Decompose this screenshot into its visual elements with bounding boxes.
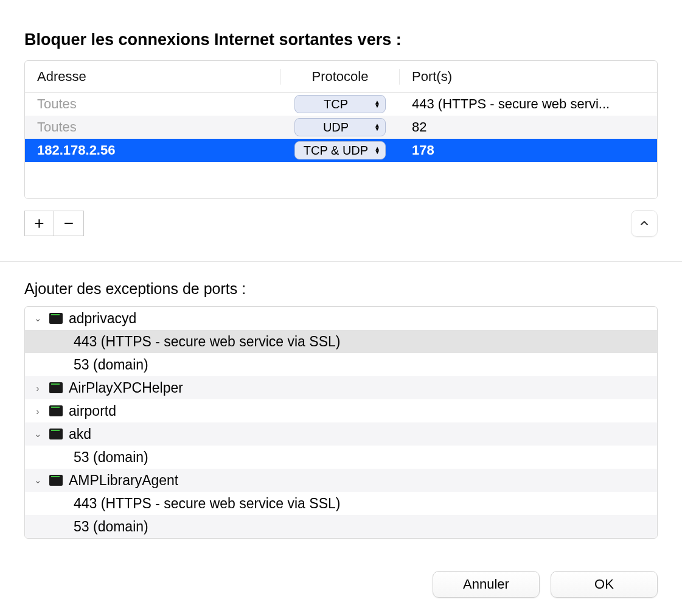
- cell-ports[interactable]: 443 (HTTPS - secure web servi...: [400, 96, 657, 112]
- protocol-select-label: TCP: [324, 97, 348, 111]
- block-outbound-heading: Bloquer les connexions Internet sortante…: [24, 30, 658, 49]
- tree-app-row[interactable]: ⌄akd: [25, 422, 657, 446]
- firewall-config-dialog: Bloquer les connexions Internet sortante…: [0, 0, 682, 616]
- cell-ports[interactable]: 82: [400, 119, 657, 135]
- tree-app-label: airportd: [69, 403, 116, 419]
- tree-app-row[interactable]: ⌄AMPLibraryAgent: [25, 469, 657, 492]
- tree-port-row[interactable]: 53 (domain): [25, 446, 657, 469]
- stepper-icon: ▲▼: [374, 147, 380, 154]
- remove-rule-button[interactable]: −: [54, 211, 83, 236]
- chevron-down-icon[interactable]: ⌄: [32, 313, 43, 324]
- cell-address[interactable]: Toutes: [25, 96, 280, 112]
- chevron-down-icon[interactable]: ⌄: [32, 475, 43, 486]
- dialog-footer: Annuler OK: [24, 547, 658, 598]
- protocol-select[interactable]: UDP▲▼: [294, 118, 386, 136]
- tree-port-label: 53 (domain): [74, 449, 148, 466]
- table-header-row: Adresse Protocole Port(s): [25, 61, 657, 93]
- port-exceptions-tree: ⌄adprivacyd443 (HTTPS - secure web servi…: [24, 306, 658, 539]
- table-row[interactable]: 182.178.2.56TCP & UDP▲▼178: [25, 139, 657, 162]
- tree-port-label: 53 (domain): [74, 357, 148, 373]
- col-header-protocol[interactable]: Protocole: [280, 69, 400, 85]
- protocol-select[interactable]: TCP & UDP▲▼: [294, 141, 386, 159]
- section-divider: [0, 261, 682, 262]
- add-remove-group: + −: [24, 211, 84, 236]
- terminal-app-icon: [49, 475, 63, 486]
- collapse-panel-button[interactable]: [631, 210, 658, 237]
- tree-port-label: 443 (HTTPS - secure web service via SSL): [74, 495, 340, 512]
- protocol-select[interactable]: TCP▲▼: [294, 95, 386, 113]
- stepper-icon: ▲▼: [374, 124, 380, 131]
- chevron-right-icon[interactable]: ›: [32, 383, 43, 393]
- tree-app-label: akd: [69, 426, 91, 443]
- terminal-app-icon: [49, 382, 63, 393]
- add-rule-button[interactable]: +: [25, 211, 54, 236]
- tree-app-label: AirPlayXPCHelper: [69, 380, 183, 396]
- tree-port-row[interactable]: 53 (domain): [25, 353, 657, 376]
- col-header-address[interactable]: Adresse: [25, 69, 280, 85]
- table-empty-area: [25, 162, 657, 198]
- tree-app-row[interactable]: ›AirPlayXPCHelper: [25, 376, 657, 399]
- tree-app-row[interactable]: ⌄adprivacyd: [25, 307, 657, 330]
- tree-port-row[interactable]: 443 (HTTPS - secure web service via SSL): [25, 492, 657, 515]
- cell-address[interactable]: 182.178.2.56: [25, 142, 280, 158]
- exceptions-heading: Ajouter des exceptions de ports :: [24, 280, 658, 298]
- chevron-right-icon[interactable]: ›: [32, 406, 43, 416]
- stepper-icon: ▲▼: [374, 100, 380, 108]
- table-row[interactable]: ToutesUDP▲▼82: [25, 116, 657, 139]
- cell-address[interactable]: Toutes: [25, 119, 280, 135]
- terminal-app-icon: [49, 429, 63, 439]
- tree-port-row[interactable]: 443 (HTTPS - secure web service via SSL): [25, 330, 657, 353]
- terminal-app-icon: [49, 405, 63, 416]
- cell-protocol: TCP▲▼: [280, 95, 400, 113]
- cell-ports[interactable]: 178: [400, 142, 657, 158]
- table-row[interactable]: ToutesTCP▲▼443 (HTTPS - secure web servi…: [25, 93, 657, 116]
- terminal-app-icon: [49, 313, 63, 324]
- tree-app-label: adprivacyd: [69, 310, 136, 327]
- tree-app-label: AMPLibraryAgent: [69, 472, 178, 489]
- tree-port-row[interactable]: 53 (domain): [25, 515, 657, 538]
- tree-port-label: 53 (domain): [74, 519, 148, 535]
- cell-protocol: TCP & UDP▲▼: [280, 141, 400, 159]
- protocol-select-label: TCP & UDP: [304, 144, 368, 158]
- ok-button[interactable]: OK: [551, 571, 658, 598]
- tree-app-row[interactable]: ›airportd: [25, 399, 657, 422]
- tree-port-label: 443 (HTTPS - secure web service via SSL): [74, 334, 340, 350]
- chevron-up-icon: [639, 219, 649, 228]
- block-rules-table: Adresse Protocole Port(s) ToutesTCP▲▼443…: [24, 60, 658, 199]
- protocol-select-label: UDP: [323, 121, 349, 135]
- chevron-down-icon[interactable]: ⌄: [32, 429, 43, 439]
- col-header-ports[interactable]: Port(s): [400, 69, 657, 85]
- cancel-button[interactable]: Annuler: [433, 571, 540, 598]
- cell-protocol: UDP▲▼: [280, 118, 400, 136]
